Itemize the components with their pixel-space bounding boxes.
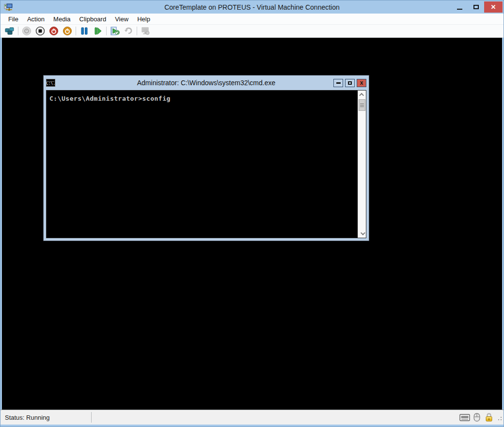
cmd-maximize-button[interactable] bbox=[345, 79, 355, 87]
ctrl-alt-del-icon bbox=[4, 26, 15, 36]
cmd-close-button[interactable]: x bbox=[357, 79, 366, 87]
vm-screen[interactable]: C:\. Administrator: C:\Windows\system32\… bbox=[2, 38, 502, 410]
toolbar bbox=[0, 25, 504, 38]
resize-grip[interactable] bbox=[497, 414, 502, 420]
window-bottom-border bbox=[0, 425, 504, 427]
window-title: CoreTemplate on PROTEUS - Virtual Machin… bbox=[0, 3, 504, 11]
menu-clipboard[interactable]: Clipboard bbox=[76, 15, 110, 24]
minimize-button[interactable] bbox=[451, 0, 468, 14]
vmconnect-app-icon bbox=[3, 2, 13, 12]
cmd-minimize-button[interactable] bbox=[333, 79, 343, 87]
ctrl-alt-del-button[interactable] bbox=[3, 25, 16, 37]
start-button bbox=[20, 25, 33, 37]
window-controls: ✕ bbox=[451, 0, 504, 14]
turn-off-button[interactable] bbox=[33, 25, 47, 37]
reset-button[interactable] bbox=[91, 25, 105, 37]
lock-icon bbox=[484, 412, 494, 423]
mouse-icon bbox=[472, 412, 482, 423]
turn-off-icon bbox=[35, 26, 45, 36]
scroll-up-button[interactable] bbox=[358, 91, 366, 99]
menu-help[interactable]: Help bbox=[133, 15, 154, 24]
shut-down-button[interactable] bbox=[47, 25, 61, 37]
enhanced-session-icon bbox=[140, 26, 151, 36]
close-button[interactable]: ✕ bbox=[484, 1, 503, 13]
cmd-scrollbar[interactable] bbox=[358, 91, 366, 238]
title-bar: CoreTemplate on PROTEUS - Virtual Machin… bbox=[0, 0, 504, 14]
statusbar-icons bbox=[459, 412, 504, 423]
checkpoint-icon bbox=[110, 26, 120, 36]
checkpoint-button[interactable] bbox=[108, 25, 122, 37]
toolbar-separator bbox=[106, 27, 107, 35]
revert-button bbox=[122, 25, 135, 37]
reset-icon bbox=[93, 26, 103, 36]
cmd-window-controls: x bbox=[333, 79, 366, 87]
menu-media[interactable]: Media bbox=[49, 15, 74, 24]
menu-view[interactable]: View bbox=[111, 15, 132, 24]
enhanced-session-button bbox=[139, 25, 152, 37]
shut-down-icon bbox=[49, 26, 59, 36]
scroll-down-button[interactable] bbox=[358, 229, 366, 238]
vmconnect-window: CoreTemplate on PROTEUS - Virtual Machin… bbox=[0, 0, 504, 427]
pause-button[interactable] bbox=[78, 25, 91, 37]
keyboard-icon bbox=[459, 412, 470, 423]
menu-bar: File Action Media Clipboard View Help bbox=[0, 14, 504, 25]
save-button[interactable] bbox=[61, 25, 74, 37]
console-text: C:\Users\Administrator>sconfig bbox=[47, 91, 366, 102]
cmd-prompt-icon: C:\. bbox=[46, 79, 55, 87]
maximize-button[interactable] bbox=[468, 0, 484, 14]
status-bar: Status: Running bbox=[0, 410, 504, 425]
menu-file[interactable]: File bbox=[4, 15, 22, 24]
toolbar-separator bbox=[76, 27, 76, 35]
save-state-icon bbox=[63, 26, 72, 36]
cmd-window: C:\. Administrator: C:\Windows\system32\… bbox=[43, 75, 369, 241]
revert-icon bbox=[124, 26, 133, 36]
start-icon bbox=[22, 26, 32, 36]
statusbar-divider bbox=[91, 412, 92, 423]
cmd-console[interactable]: C:\Users\Administrator>sconfig bbox=[46, 90, 366, 238]
toolbar-separator bbox=[18, 27, 18, 35]
toolbar-separator bbox=[137, 27, 137, 35]
status-text: Status: Running bbox=[0, 414, 50, 421]
pause-icon bbox=[79, 26, 89, 36]
scrollbar-thumb[interactable] bbox=[359, 99, 365, 111]
cmd-window-title: Administrator: C:\Windows\system32\cmd.e… bbox=[44, 79, 369, 87]
cmd-title-bar[interactable]: C:\. Administrator: C:\Windows\system32\… bbox=[44, 76, 369, 90]
menu-action[interactable]: Action bbox=[23, 15, 48, 24]
